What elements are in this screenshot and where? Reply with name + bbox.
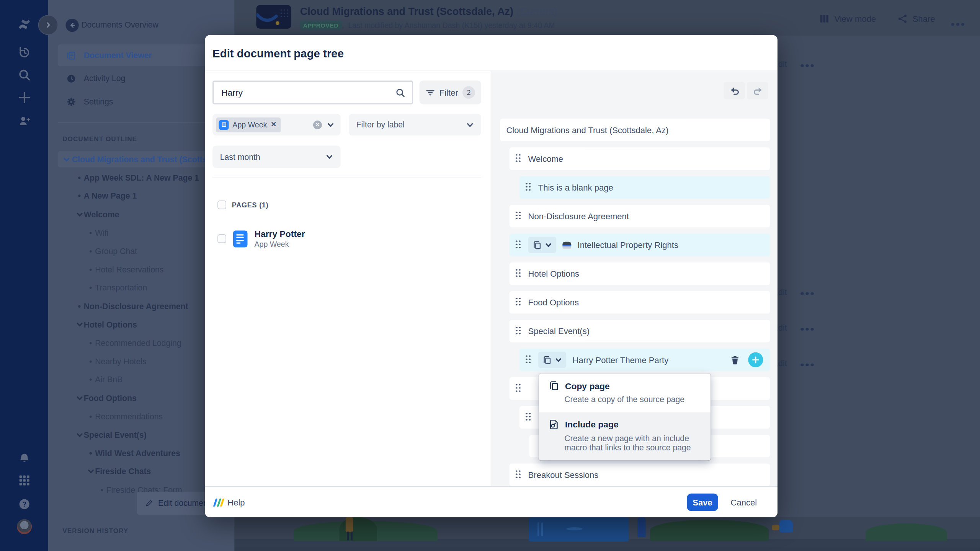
bullet-icon: • [87, 357, 95, 366]
tree-row-label: Intellectual Property Rights [578, 240, 678, 249]
tree-row[interactable]: Hotel Options [510, 262, 770, 285]
chevron-down-icon[interactable] [87, 468, 95, 475]
space-filter-select[interactable]: App Week ✕ ✕ [212, 114, 341, 135]
search-result-row[interactable]: Harry Potter App Week [217, 229, 305, 249]
undo-button[interactable] [724, 82, 745, 99]
cancel-button[interactable]: Cancel [731, 497, 757, 507]
more-actions-icon[interactable] [801, 59, 816, 68]
drag-handle-icon[interactable] [516, 212, 522, 221]
result-checkbox[interactable] [217, 234, 226, 243]
copy-page-split-button[interactable] [528, 237, 556, 253]
clear-filter-icon[interactable]: ✕ [313, 120, 322, 129]
document-viewer-icon [65, 50, 76, 60]
plus-icon[interactable] [0, 90, 48, 105]
help-link[interactable]: Help [214, 497, 245, 507]
view-mode-button[interactable]: View mode [819, 14, 876, 24]
pages-group-header: PAGES (1) [217, 201, 268, 209]
result-title: Harry Potter [254, 229, 305, 239]
copy-icon [549, 380, 559, 391]
tree-row[interactable]: Intellectual Property Rights [510, 234, 770, 256]
label-filter-select[interactable]: Filter by label [349, 114, 481, 135]
chevron-down-icon[interactable] [76, 395, 83, 401]
chevron-down-icon [466, 121, 474, 129]
apps-grid-icon[interactable] [0, 475, 48, 486]
outline-header: DOCUMENT OUTLINE [62, 135, 137, 143]
results-divider [212, 177, 481, 178]
tree-row-label: Cloud Migrations and Trust (Scottsdale, … [506, 125, 668, 134]
bullet-icon: • [76, 173, 83, 182]
space-chip[interactable]: App Week ✕ [216, 117, 281, 132]
date-filter-select[interactable]: Last month [212, 145, 341, 168]
history-icon[interactable] [0, 46, 48, 59]
tree-row[interactable]: Non-Disclosure Agreement [510, 205, 770, 228]
label-filter-placeholder: Filter by label [356, 120, 466, 129]
chevron-down-icon[interactable] [76, 431, 83, 438]
select-all-checkbox[interactable] [217, 201, 226, 209]
bell-icon[interactable] [0, 452, 48, 465]
menu-item-title: Copy page [565, 381, 610, 391]
tree-row[interactable]: Special Event(s) [510, 320, 770, 342]
menu-item-copy-page[interactable]: Copy pageCreate a copy of the source pag… [539, 373, 710, 412]
drag-handle-icon[interactable] [516, 240, 522, 249]
version-history-row[interactable]: VERSION HISTORY [62, 527, 234, 534]
share-icon [897, 14, 907, 24]
drag-handle-icon[interactable] [516, 298, 522, 307]
bullet-icon: • [87, 375, 95, 384]
chip-remove-icon[interactable]: ✕ [271, 121, 276, 129]
document-thumbnail [256, 5, 291, 29]
invite-user-icon[interactable] [0, 114, 48, 128]
bullet-icon: • [87, 448, 95, 458]
space-icon [219, 120, 229, 130]
tree-row[interactable]: Breakout Sessions [510, 463, 770, 486]
save-button[interactable]: Save [687, 494, 718, 511]
drag-handle-icon[interactable] [516, 384, 522, 393]
view-mode-icon [819, 14, 829, 24]
bullet-icon: • [87, 265, 95, 274]
help-brand-icon [213, 498, 225, 506]
tree-row[interactable]: Harry Potter Theme Party [519, 349, 770, 371]
modal-title: Edit document page tree [212, 47, 344, 60]
search-input[interactable] [220, 87, 395, 98]
back-button[interactable] [65, 19, 78, 32]
filter-icon [426, 88, 435, 97]
page-search-field [212, 81, 413, 104]
drag-handle-icon[interactable] [516, 470, 522, 479]
copy-page-split-button[interactable] [538, 352, 566, 368]
more-actions-icon[interactable] [801, 323, 816, 332]
filter-count-badge: 2 [462, 86, 475, 99]
more-actions-icon[interactable] [801, 359, 816, 368]
menu-item-title: Include page [565, 419, 619, 429]
redo-button[interactable] [747, 82, 768, 99]
drag-handle-icon[interactable] [526, 183, 532, 192]
drag-handle-icon[interactable] [526, 355, 532, 364]
drag-handle-icon[interactable] [526, 412, 532, 422]
filter-button[interactable]: Filter 2 [420, 81, 482, 104]
version-history-label: VERSION HISTORY [62, 527, 128, 534]
sidebar-title: Documents Overview [81, 20, 158, 29]
tree-row[interactable]: Welcome [510, 147, 770, 170]
more-actions-icon[interactable] [801, 287, 816, 297]
help-circle-icon[interactable]: ? [0, 498, 48, 510]
tree-row[interactable]: This is a blank page [519, 176, 770, 199]
chevron-down-icon[interactable] [62, 156, 70, 163]
add-page-button[interactable] [748, 352, 763, 367]
settings-icon [65, 96, 76, 106]
menu-item-include-page[interactable]: Include pageCreate a new page with an in… [539, 412, 710, 460]
more-actions-icon[interactable] [951, 17, 966, 28]
tree-row-label: Harry Potter Theme Party [573, 355, 669, 364]
search-icon[interactable] [0, 68, 48, 82]
tree-row[interactable]: Food Options [510, 291, 770, 314]
sidebar-collapse-button[interactable] [38, 15, 58, 35]
chevron-down-icon[interactable] [76, 211, 83, 218]
bullet-icon: • [98, 485, 106, 494]
bullet-icon: • [76, 302, 83, 311]
drag-handle-icon[interactable] [516, 269, 522, 278]
tree-row-root[interactable]: Cloud Migrations and Trust (Scottsdale, … [500, 119, 770, 141]
drag-handle-icon[interactable] [516, 154, 522, 163]
delete-page-icon[interactable] [730, 355, 740, 365]
drag-handle-icon[interactable] [516, 326, 522, 336]
share-button[interactable]: Share [897, 14, 935, 24]
chevron-down-icon[interactable] [76, 321, 83, 328]
chevron-down-icon [327, 121, 335, 129]
avatar[interactable] [0, 519, 48, 534]
